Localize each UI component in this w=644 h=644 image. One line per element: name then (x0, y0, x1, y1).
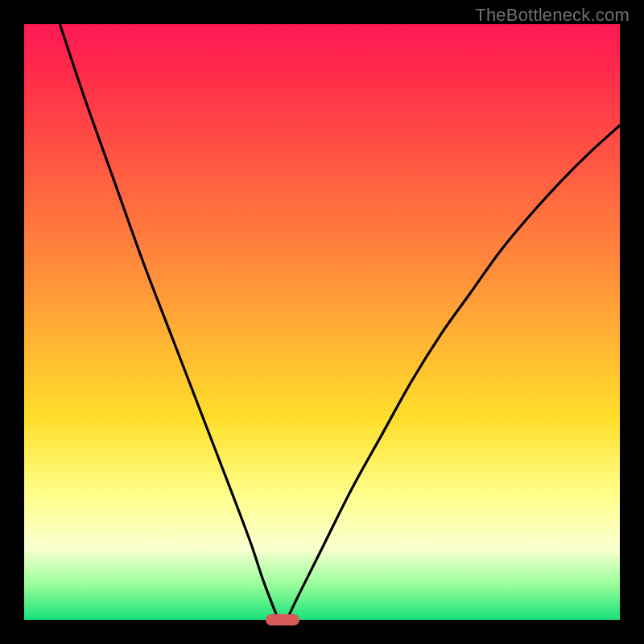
curve-left-path (60, 24, 279, 620)
min-marker (266, 614, 299, 625)
curve-svg (24, 24, 620, 620)
outer-frame: TheBottleneck.com (0, 0, 644, 644)
watermark-text: TheBottleneck.com (475, 5, 630, 26)
plot-area (24, 24, 620, 620)
curve-right-path (287, 126, 620, 620)
